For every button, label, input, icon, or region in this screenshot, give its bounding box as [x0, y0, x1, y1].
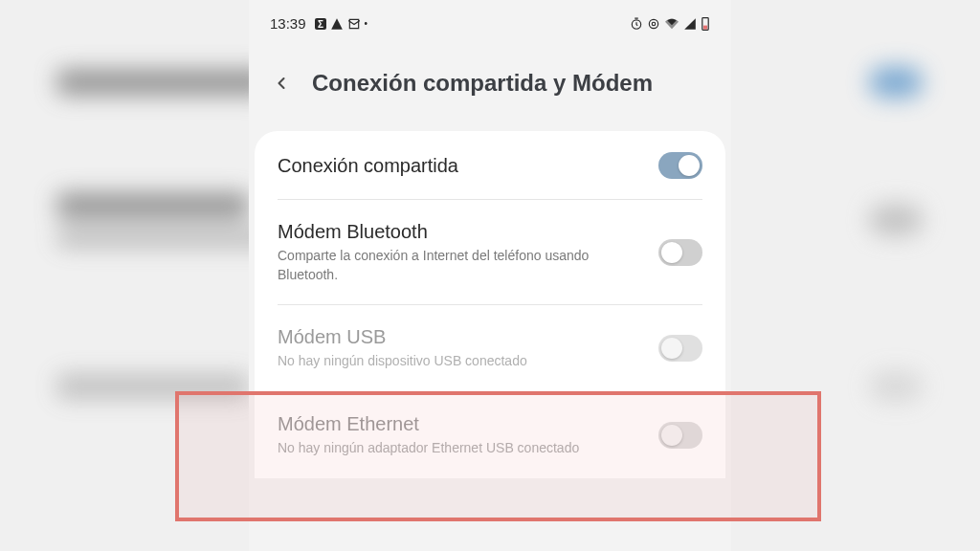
svg-text:Σ: Σ: [318, 19, 323, 30]
setting-desc: Comparte la conexión a Internet del telé…: [278, 247, 639, 284]
back-button[interactable]: [270, 72, 293, 95]
status-notification-icons: Σ •: [314, 17, 368, 31]
setting-hotspot[interactable]: Conexión compartida: [255, 131, 725, 200]
setting-bluetooth-tether[interactable]: Módem Bluetooth Comparte la conexión a I…: [255, 200, 725, 305]
status-time: 13:39: [270, 15, 306, 32]
phone-screen: 13:39 Σ • Conexión compartida y Módem Co…: [249, 0, 731, 551]
setting-usb-tether: Módem USB No hay ningún dispositivo USB …: [255, 305, 725, 392]
status-bar: 13:39 Σ •: [249, 0, 731, 39]
page-title: Conexión compartida y Módem: [312, 70, 653, 97]
svg-point-3: [652, 22, 656, 26]
setting-ethernet-tether: Módem Ethernet No hay ningún adaptador E…: [255, 392, 725, 479]
toggle-ethernet-tether: [658, 422, 702, 449]
svg-rect-6: [703, 25, 707, 29]
setting-title: Módem USB: [278, 326, 639, 348]
setting-title: Módem Ethernet: [278, 413, 639, 435]
page-header: Conexión compartida y Módem: [249, 39, 731, 120]
settings-panel: Conexión compartida Módem Bluetooth Comp…: [255, 131, 725, 478]
svg-point-4: [649, 19, 657, 28]
toggle-usb-tether: [658, 335, 702, 362]
toggle-hotspot[interactable]: [658, 152, 702, 179]
setting-desc: No hay ningún dispositivo USB conectado: [278, 352, 639, 371]
setting-title: Módem Bluetooth: [278, 221, 639, 243]
toggle-bluetooth-tether[interactable]: [658, 239, 702, 266]
chevron-left-icon: [272, 74, 291, 93]
setting-desc: No hay ningún adaptador Ethernet USB con…: [278, 439, 639, 458]
status-system-icons: [630, 16, 710, 32]
setting-title: Conexión compartida: [278, 155, 639, 177]
